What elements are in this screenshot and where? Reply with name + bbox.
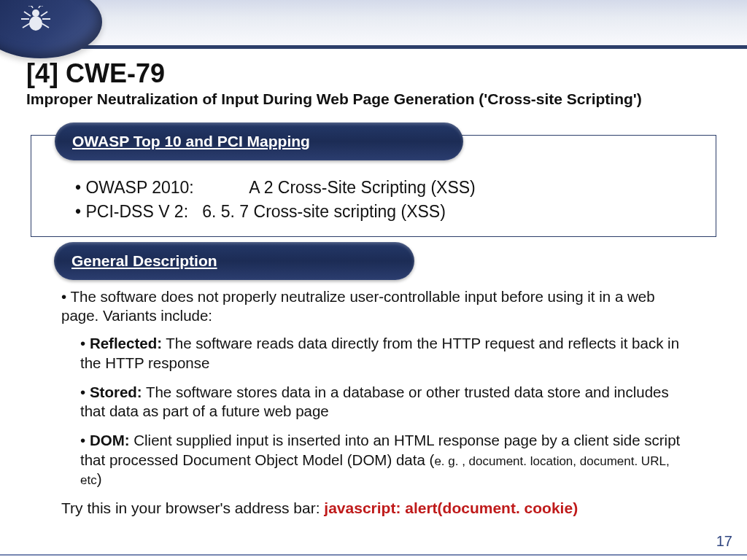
variant-name: Stored: xyxy=(90,384,142,400)
footer-rule xyxy=(0,554,747,556)
logo-badge xyxy=(0,0,102,58)
description-panel: General Description The software does no… xyxy=(31,255,716,509)
description-body: The software does not properly neutraliz… xyxy=(61,287,693,518)
variant-text: The software reads data directly from th… xyxy=(80,335,679,370)
list-item: OWASP 2010: A 2 Cross-Site Scripting (XS… xyxy=(75,176,686,200)
description-label: General Description xyxy=(71,252,217,270)
description-pill: General Description xyxy=(54,242,414,280)
list-item: PCI-DSS V 2: 6. 5. 7 Cross-site scriptin… xyxy=(75,200,686,224)
page-number: 17 xyxy=(716,533,732,550)
try-line: Try this in your browser's address bar: … xyxy=(61,499,693,518)
mapping-panel: OWASP Top 10 and PCI Mapping OWASP 2010:… xyxy=(31,135,716,237)
mapping-list: OWASP 2010: A 2 Cross-Site Scripting (XS… xyxy=(75,176,686,225)
title-block: [4] CWE-79 Improper Neutralization of In… xyxy=(26,58,725,108)
variant-name: Reflected: xyxy=(90,335,162,351)
mapping-pill: OWASP Top 10 and PCI Mapping xyxy=(55,122,463,160)
bug-icon xyxy=(18,6,53,35)
variant-name: DOM: xyxy=(90,432,130,448)
description-intro: The software does not properly neutraliz… xyxy=(61,288,655,324)
list-item: DOM: Client supplied input is inserted i… xyxy=(80,431,693,489)
slide-subtitle: Improper Neutralization of Input During … xyxy=(26,90,725,108)
list-item: The software does not properly neutraliz… xyxy=(61,287,693,489)
variant-text: The software stores data in a database o… xyxy=(80,384,669,419)
list-item: Reflected: The software reads data direc… xyxy=(80,334,693,372)
header-band xyxy=(0,0,747,47)
slide: [4] CWE-79 Improper Neutralization of In… xyxy=(0,0,747,560)
variant-close: ) xyxy=(97,470,102,487)
slide-title: [4] CWE-79 xyxy=(26,58,725,89)
try-code: javascript: alert(document. cookie) xyxy=(324,499,578,516)
svg-point-1 xyxy=(32,9,39,17)
try-label: Try this in your browser's address bar: xyxy=(61,499,324,516)
svg-point-0 xyxy=(29,16,42,31)
list-item: Stored: The software stores data in a da… xyxy=(80,383,693,421)
mapping-label: OWASP Top 10 and PCI Mapping xyxy=(72,133,310,150)
variants-list: Reflected: The software reads data direc… xyxy=(80,334,693,489)
